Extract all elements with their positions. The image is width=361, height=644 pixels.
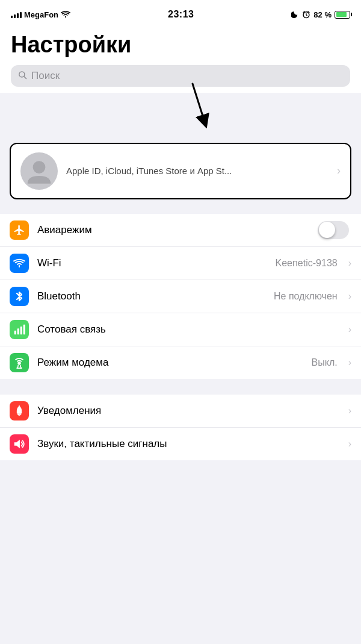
row-bluetooth[interactable]: Bluetooth Не подключен › [0, 280, 361, 313]
profile-info: Apple ID, iCloud, iTunes Store и App St.… [66, 165, 329, 177]
hotspot-label: Режим модема [37, 357, 303, 369]
profile-subtitle: Apple ID, iCloud, iTunes Store и App St.… [66, 165, 329, 177]
alarm-icon [302, 10, 310, 19]
avatar [20, 152, 58, 190]
profile-card[interactable]: Apple ID, iCloud, iTunes Store и App St.… [10, 143, 351, 199]
notifications-icon [10, 401, 29, 420]
svg-line-2 [24, 77, 26, 79]
svg-rect-9 [17, 413, 22, 414]
hotspot-icon [10, 353, 29, 372]
group-divider-2 [0, 465, 361, 471]
hotspot-chevron: › [348, 357, 351, 368]
sounds-icon [10, 434, 29, 454]
arrow-svg [162, 81, 235, 129]
airplane-icon [10, 220, 29, 240]
bluetooth-label: Bluetooth [37, 290, 265, 302]
bluetooth-icon [10, 287, 29, 306]
profile-chevron: › [337, 164, 341, 177]
status-time: 23:13 [168, 9, 194, 20]
bluetooth-value: Не подключен [274, 291, 338, 302]
row-airplane[interactable]: Авиарежим [0, 214, 361, 247]
wifi-label: Wi-Fi [37, 257, 267, 269]
sounds-label: Звуки, тактильные сигналы [37, 438, 340, 450]
svg-rect-5 [17, 328, 19, 334]
svg-point-3 [33, 161, 46, 174]
wifi-chevron: › [348, 258, 351, 269]
search-placeholder: Поиск [31, 70, 60, 82]
svg-rect-4 [14, 330, 16, 334]
cellular-chevron: › [348, 324, 351, 335]
hotspot-value: Выкл. [312, 357, 338, 368]
row-hotspot[interactable]: Режим модема Выкл. › [0, 346, 361, 379]
svg-rect-7 [23, 324, 25, 334]
row-notifications[interactable]: Уведомления › [0, 395, 361, 428]
group-divider-1 [0, 384, 361, 390]
profile-section: Apple ID, iCloud, iTunes Store и App St.… [0, 143, 361, 209]
status-right: 82 % [291, 10, 350, 19]
row-sounds[interactable]: Звуки, тактильные сигналы › [0, 428, 361, 460]
notifications-chevron: › [348, 405, 351, 416]
avatar-silhouette [25, 157, 54, 186]
wifi-value: Keenetic-9138 [275, 258, 337, 269]
search-icon [18, 70, 27, 81]
signal-bars [11, 11, 22, 18]
notifications-label: Уведомления [37, 405, 340, 417]
page-title: Настройки [11, 33, 350, 58]
airplane-label: Авиарежим [37, 224, 309, 236]
row-cellular[interactable]: Сотовая связь › [0, 313, 361, 346]
svg-rect-6 [20, 327, 22, 334]
airplane-toggle[interactable] [318, 221, 349, 239]
settings-group-connectivity: Авиарежим Wi-Fi Keenetic-9138 › Bluetoot… [0, 214, 361, 379]
bluetooth-chevron: › [348, 291, 351, 302]
cellular-label: Сотовая связь [37, 324, 340, 336]
wifi-status-icon [61, 11, 70, 18]
battery-percent: 82 % [313, 10, 332, 19]
arrow-annotation [0, 93, 361, 138]
cellular-icon [10, 320, 29, 339]
wifi-icon [10, 254, 29, 273]
status-bar: MegaFon 23:13 82 % [0, 0, 361, 27]
carrier-label: MegaFon [24, 10, 58, 19]
row-wifi[interactable]: Wi-Fi Keenetic-9138 › [0, 247, 361, 280]
svg-point-8 [17, 361, 21, 365]
sounds-chevron: › [348, 439, 351, 449]
settings-group-alerts: Уведомления › Звуки, тактильные сигналы … [0, 395, 361, 460]
moon-icon [291, 11, 299, 19]
battery-indicator [335, 11, 350, 19]
status-left: MegaFon [11, 10, 70, 19]
svg-rect-10 [19, 405, 20, 407]
